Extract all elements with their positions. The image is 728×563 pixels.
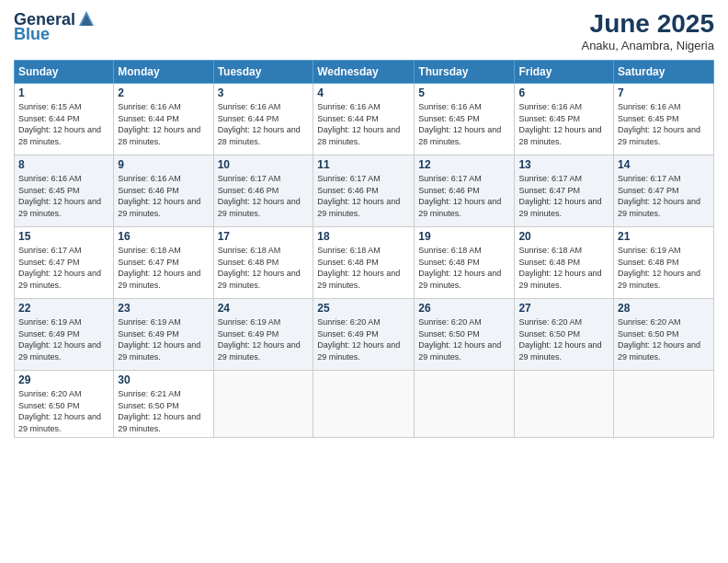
- table-row: 1Sunrise: 6:15 AMSunset: 6:44 PMDaylight…: [15, 84, 114, 155]
- table-row: 4Sunrise: 6:16 AMSunset: 6:44 PMDaylight…: [313, 84, 415, 155]
- day-info: Sunrise: 6:21 AMSunset: 6:50 PMDaylight:…: [118, 388, 209, 434]
- day-number: 18: [317, 230, 410, 243]
- day-number: 3: [218, 86, 310, 99]
- table-row: 14Sunrise: 6:17 AMSunset: 6:47 PMDayligh…: [614, 155, 714, 227]
- day-number: 13: [518, 158, 609, 171]
- day-number: 17: [218, 230, 310, 243]
- day-info: Sunrise: 6:17 AMSunset: 6:47 PMDaylight:…: [618, 173, 710, 219]
- day-info: Sunrise: 6:20 AMSunset: 6:50 PMDaylight:…: [418, 316, 510, 362]
- table-row: 3Sunrise: 6:16 AMSunset: 6:44 PMDaylight…: [213, 84, 313, 155]
- day-number: 29: [18, 373, 109, 386]
- col-sunday: Sunday: [15, 61, 114, 84]
- table-row: 2Sunrise: 6:16 AMSunset: 6:44 PMDaylight…: [114, 84, 213, 155]
- day-info: Sunrise: 6:16 AMSunset: 6:45 PMDaylight:…: [618, 101, 710, 147]
- table-row: 6Sunrise: 6:16 AMSunset: 6:45 PMDaylight…: [515, 84, 614, 155]
- table-row: 25Sunrise: 6:20 AMSunset: 6:49 PMDayligh…: [313, 299, 415, 371]
- day-number: 19: [418, 230, 510, 243]
- day-info: Sunrise: 6:16 AMSunset: 6:45 PMDaylight:…: [518, 101, 609, 147]
- subtitle: Anaku, Anambra, Nigeria: [581, 39, 714, 52]
- table-row: 16Sunrise: 6:18 AMSunset: 6:47 PMDayligh…: [114, 227, 213, 299]
- table-row: 28Sunrise: 6:20 AMSunset: 6:50 PMDayligh…: [614, 299, 714, 371]
- table-row: 18Sunrise: 6:18 AMSunset: 6:48 PMDayligh…: [313, 227, 415, 299]
- day-number: 24: [218, 302, 310, 315]
- table-row: 9Sunrise: 6:16 AMSunset: 6:46 PMDaylight…: [114, 155, 213, 227]
- day-number: 27: [518, 302, 609, 315]
- day-number: 8: [18, 158, 109, 171]
- day-number: 9: [118, 158, 209, 171]
- table-row: [313, 371, 415, 438]
- day-number: 7: [618, 86, 710, 99]
- day-info: Sunrise: 6:17 AMSunset: 6:47 PMDaylight:…: [518, 173, 609, 219]
- table-row: 7Sunrise: 6:16 AMSunset: 6:45 PMDaylight…: [614, 84, 714, 155]
- day-number: 23: [118, 302, 209, 315]
- day-number: 12: [418, 158, 510, 171]
- logo-icon: [77, 9, 96, 29]
- table-row: 15Sunrise: 6:17 AMSunset: 6:47 PMDayligh…: [15, 227, 114, 299]
- table-row: 24Sunrise: 6:19 AMSunset: 6:49 PMDayligh…: [213, 299, 313, 371]
- day-number: 10: [218, 158, 310, 171]
- day-number: 5: [418, 86, 510, 99]
- day-info: Sunrise: 6:19 AMSunset: 6:48 PMDaylight:…: [618, 245, 710, 291]
- day-info: Sunrise: 6:19 AMSunset: 6:49 PMDaylight:…: [118, 316, 209, 362]
- day-info: Sunrise: 6:15 AMSunset: 6:44 PMDaylight:…: [18, 101, 109, 147]
- table-row: 10Sunrise: 6:17 AMSunset: 6:46 PMDayligh…: [213, 155, 313, 227]
- title-block: June 2025 Anaku, Anambra, Nigeria: [581, 9, 714, 52]
- table-row: [515, 371, 614, 438]
- day-number: 15: [18, 230, 109, 243]
- table-row: 17Sunrise: 6:18 AMSunset: 6:48 PMDayligh…: [213, 227, 313, 299]
- day-number: 14: [618, 158, 710, 171]
- table-row: 27Sunrise: 6:20 AMSunset: 6:50 PMDayligh…: [515, 299, 614, 371]
- day-number: 25: [317, 302, 410, 315]
- day-number: 4: [317, 86, 410, 99]
- day-number: 22: [18, 302, 109, 315]
- day-number: 26: [418, 302, 510, 315]
- day-number: 6: [518, 86, 609, 99]
- day-info: Sunrise: 6:16 AMSunset: 6:46 PMDaylight:…: [118, 173, 209, 219]
- day-info: Sunrise: 6:18 AMSunset: 6:48 PMDaylight:…: [418, 245, 510, 291]
- day-number: 28: [618, 302, 710, 315]
- table-row: 19Sunrise: 6:18 AMSunset: 6:48 PMDayligh…: [415, 227, 515, 299]
- day-info: Sunrise: 6:17 AMSunset: 6:46 PMDaylight:…: [418, 173, 510, 219]
- main-title: June 2025: [581, 9, 714, 39]
- day-info: Sunrise: 6:20 AMSunset: 6:50 PMDaylight:…: [518, 316, 609, 362]
- table-row: [415, 371, 515, 438]
- table-row: 20Sunrise: 6:18 AMSunset: 6:48 PMDayligh…: [515, 227, 614, 299]
- day-info: Sunrise: 6:16 AMSunset: 6:45 PMDaylight:…: [418, 101, 510, 147]
- day-info: Sunrise: 6:17 AMSunset: 6:46 PMDaylight:…: [317, 173, 410, 219]
- day-info: Sunrise: 6:19 AMSunset: 6:49 PMDaylight:…: [18, 316, 109, 362]
- col-friday: Friday: [515, 61, 614, 84]
- page: General Blue June 2025 Anaku, Anambra, N…: [0, 0, 728, 563]
- table-row: 26Sunrise: 6:20 AMSunset: 6:50 PMDayligh…: [415, 299, 515, 371]
- col-saturday: Saturday: [614, 61, 714, 84]
- day-info: Sunrise: 6:16 AMSunset: 6:45 PMDaylight:…: [18, 173, 109, 219]
- day-number: 11: [317, 158, 410, 171]
- calendar-table: Sunday Monday Tuesday Wednesday Thursday…: [14, 60, 714, 438]
- day-info: Sunrise: 6:18 AMSunset: 6:48 PMDaylight:…: [218, 245, 310, 291]
- col-monday: Monday: [114, 61, 213, 84]
- day-number: 30: [118, 373, 209, 386]
- table-row: 8Sunrise: 6:16 AMSunset: 6:45 PMDaylight…: [15, 155, 114, 227]
- day-info: Sunrise: 6:16 AMSunset: 6:44 PMDaylight:…: [317, 101, 410, 147]
- table-row: 11Sunrise: 6:17 AMSunset: 6:46 PMDayligh…: [313, 155, 415, 227]
- day-info: Sunrise: 6:16 AMSunset: 6:44 PMDaylight:…: [118, 101, 209, 147]
- table-row: 23Sunrise: 6:19 AMSunset: 6:49 PMDayligh…: [114, 299, 213, 371]
- day-info: Sunrise: 6:17 AMSunset: 6:47 PMDaylight:…: [18, 245, 109, 291]
- day-info: Sunrise: 6:20 AMSunset: 6:50 PMDaylight:…: [18, 388, 109, 434]
- table-row: 30Sunrise: 6:21 AMSunset: 6:50 PMDayligh…: [114, 371, 213, 438]
- day-number: 2: [118, 86, 209, 99]
- day-number: 21: [618, 230, 710, 243]
- day-info: Sunrise: 6:20 AMSunset: 6:49 PMDaylight:…: [317, 316, 410, 362]
- header: General Blue June 2025 Anaku, Anambra, N…: [14, 9, 714, 52]
- logo: General Blue: [14, 9, 97, 42]
- day-info: Sunrise: 6:17 AMSunset: 6:46 PMDaylight:…: [218, 173, 310, 219]
- col-tuesday: Tuesday: [213, 61, 313, 84]
- col-thursday: Thursday: [415, 61, 515, 84]
- day-number: 16: [118, 230, 209, 243]
- table-row: 5Sunrise: 6:16 AMSunset: 6:45 PMDaylight…: [415, 84, 515, 155]
- col-wednesday: Wednesday: [313, 61, 415, 84]
- day-number: 20: [518, 230, 609, 243]
- day-info: Sunrise: 6:16 AMSunset: 6:44 PMDaylight:…: [218, 101, 310, 147]
- table-row: 22Sunrise: 6:19 AMSunset: 6:49 PMDayligh…: [15, 299, 114, 371]
- day-info: Sunrise: 6:18 AMSunset: 6:48 PMDaylight:…: [317, 245, 410, 291]
- table-row: 13Sunrise: 6:17 AMSunset: 6:47 PMDayligh…: [515, 155, 614, 227]
